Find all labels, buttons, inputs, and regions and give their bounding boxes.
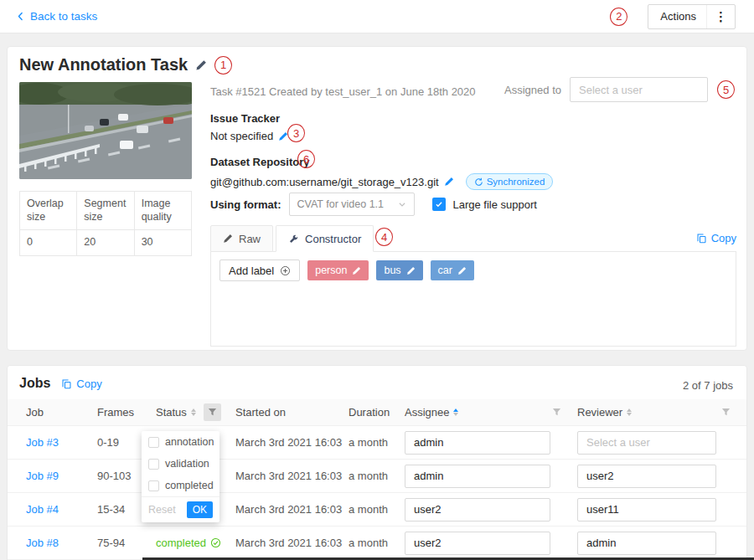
job-link[interactable]: Job #9: [26, 470, 59, 482]
assignee-sorter[interactable]: [453, 408, 458, 416]
callout-badge-2: 2: [610, 8, 627, 26]
checkbox-icon[interactable]: [148, 459, 159, 470]
job-duration: a month: [349, 470, 405, 482]
edit-repository-icon[interactable]: [444, 177, 454, 187]
filter-option-annotation[interactable]: annotation: [142, 431, 219, 453]
checkbox-icon[interactable]: [148, 437, 159, 448]
pencil-icon: [223, 234, 233, 244]
job-status-text: completed: [156, 537, 206, 549]
job-link[interactable]: Job #3: [26, 436, 59, 449]
jobs-count: 2 of 7 jobs: [683, 379, 733, 392]
format-select[interactable]: CVAT for video 1.1: [289, 193, 415, 216]
col-duration: Duration: [349, 406, 390, 419]
label-tag-bus[interactable]: bus: [376, 260, 422, 280]
label-tag-car[interactable]: car: [431, 260, 474, 280]
labels-copy-link[interactable]: Copy: [696, 232, 736, 244]
jobs-copy-label: Copy: [76, 378, 101, 390]
label-tag-bus-name: bus: [384, 265, 400, 276]
status-check-circle-icon: [210, 537, 221, 548]
status-filter-button[interactable]: [204, 403, 221, 421]
large-file-support-label: Large file support: [453, 198, 537, 211]
reviewer-filter-button[interactable]: [717, 403, 735, 421]
reviewer-sorter[interactable]: [627, 408, 632, 416]
actions-button[interactable]: Actions ⋮: [648, 4, 736, 29]
job-started: March 3rd 2021 16:03: [235, 537, 349, 549]
tab-constructor-label: Constructor: [305, 233, 361, 245]
assigned-to-label: Assigned to: [504, 84, 561, 96]
param-header-segment: Segment size: [77, 192, 134, 230]
assignee-select-input[interactable]: [570, 77, 708, 102]
jobs-table: Job Frames Status Started on Duration As…: [8, 399, 746, 560]
actions-label: Actions: [648, 10, 706, 23]
param-value-overlap: 0: [20, 230, 77, 256]
filter-ok-button[interactable]: OK: [187, 501, 213, 518]
job-reviewer-input[interactable]: [577, 431, 716, 455]
job-assignee-input[interactable]: [405, 498, 550, 521]
filter-icon: [552, 408, 561, 417]
tab-constructor[interactable]: Constructor: [276, 225, 374, 252]
label-tag-person-name: person: [315, 265, 347, 276]
sync-status-badge: Synchronized: [466, 173, 554, 190]
task-title: New Annotation Task: [19, 55, 188, 74]
job-started: March 3rd 2021 16:03: [235, 503, 349, 516]
dataset-repository-url: git@github.com:username/git_storage_v123…: [210, 176, 439, 188]
checkbox-icon[interactable]: [148, 480, 159, 491]
tab-raw[interactable]: Raw: [210, 225, 273, 252]
job-row: Job #8 75-94 completed March 3rd 2021 16…: [8, 527, 746, 560]
using-format-label: Using format:: [210, 198, 281, 211]
cvat-task-page: Back to tasks 2 Actions ⋮ New Annotation…: [0, 0, 754, 560]
filter-icon: [721, 408, 731, 417]
issue-tracker-value: Not specified: [210, 130, 273, 142]
assigned-to-group: Assigned to: [504, 77, 708, 102]
edit-title-icon[interactable]: [195, 59, 207, 71]
tool-icon: [288, 234, 299, 244]
add-label-button[interactable]: Add label: [219, 259, 300, 281]
callout-badge-6: 6: [297, 150, 315, 168]
job-duration: a month: [349, 537, 405, 549]
edit-label-icon[interactable]: [406, 266, 416, 275]
callout-badge-1: 1: [214, 56, 232, 74]
filter-option-label: completed: [165, 480, 214, 491]
back-to-tasks-label: Back to tasks: [30, 10, 97, 23]
jobs-title: Jobs: [19, 376, 50, 391]
job-started: March 3rd 2021 16:03: [235, 470, 349, 482]
filter-reset-button[interactable]: Reset: [148, 504, 176, 516]
job-reviewer-input[interactable]: [577, 465, 716, 488]
job-assignee-input[interactable]: [405, 465, 550, 488]
task-preview-image: [19, 82, 192, 179]
label-tag-person[interactable]: person: [307, 260, 369, 280]
param-header-quality: Image quality: [134, 192, 191, 230]
job-frames: 75-94: [97, 537, 156, 549]
edit-label-icon[interactable]: [457, 266, 467, 275]
job-duration: a month: [349, 436, 405, 449]
edit-label-icon[interactable]: [352, 266, 361, 275]
filter-icon: [208, 408, 217, 417]
job-reviewer-input[interactable]: [577, 532, 716, 555]
chevron-left-icon: [15, 11, 26, 22]
jobs-copy-link[interactable]: Copy: [61, 378, 101, 390]
job-row: Job #9 90-103 March 3rd 2021 16:03 a mon…: [8, 460, 746, 493]
job-assignee-input[interactable]: [405, 532, 550, 555]
job-reviewer-input[interactable]: [577, 498, 716, 521]
assignee-filter-button[interactable]: [548, 403, 566, 421]
job-assignee-input[interactable]: [405, 431, 550, 455]
job-link[interactable]: Job #4: [26, 503, 59, 516]
labels-editor: Raw Constructor 4 Copy Add label: [210, 224, 736, 347]
col-started: Started on: [235, 406, 286, 419]
sync-status-label: Synchronized: [487, 177, 545, 187]
status-sorter[interactable]: [191, 408, 196, 416]
task-details-card: New Annotation Task 1: [7, 46, 747, 351]
filter-option-validation[interactable]: validation: [142, 453, 219, 475]
callout-badge-5: 5: [717, 80, 735, 99]
filter-option-label: validation: [165, 458, 209, 470]
filter-option-completed[interactable]: completed: [142, 475, 219, 496]
col-status: Status: [156, 406, 187, 419]
col-reviewer: Reviewer: [577, 406, 622, 419]
filter-option-label: annotation: [165, 436, 214, 448]
back-to-tasks-link[interactable]: Back to tasks: [15, 10, 97, 23]
large-file-support-checkbox[interactable]: [432, 198, 446, 211]
job-row: Job #3 0-19 March 3rd 2021 16:03 a month: [8, 426, 746, 460]
format-select-value: CVAT for video 1.1: [297, 198, 385, 210]
top-bar: Back to tasks 2 Actions ⋮: [0, 0, 754, 33]
job-link[interactable]: Job #8: [26, 537, 59, 549]
